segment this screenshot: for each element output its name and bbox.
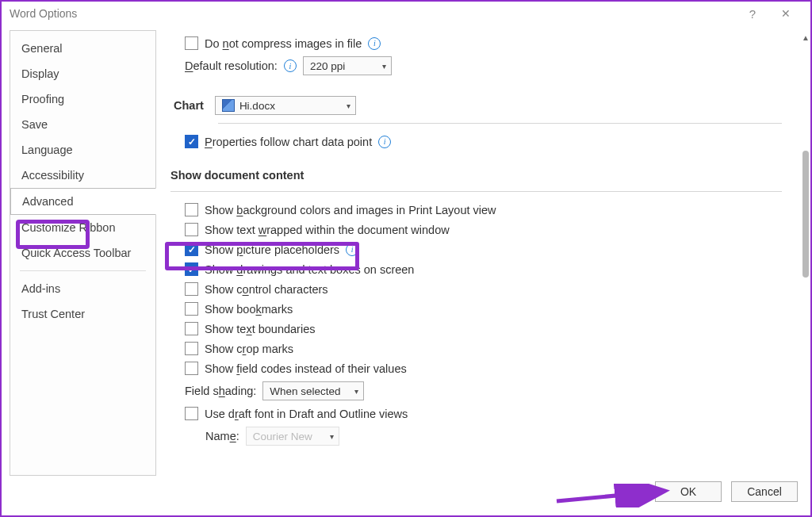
info-icon[interactable] (378, 136, 391, 148)
field-shading-label: Field shading: (185, 385, 256, 397)
select-value: Courier New (253, 431, 312, 442)
checkbox[interactable] (185, 342, 198, 355)
checkbox[interactable] (185, 302, 198, 316)
option-label: Do not compress images in file (205, 37, 362, 50)
option-label: Show bookmarks (205, 303, 293, 316)
scroll-thumb[interactable] (802, 151, 809, 278)
nav-item-general[interactable]: General (10, 36, 155, 61)
field-shading-select[interactable]: When selected ▾ (262, 381, 364, 400)
scroll-up-arrow[interactable]: ▲ (800, 32, 811, 43)
nav-item-customize-ribbon[interactable]: Customize Ribbon (10, 215, 155, 240)
default-resolution-select[interactable]: 220 ppi ▾ (303, 56, 392, 75)
nav-item-save[interactable]: Save (10, 112, 155, 137)
nav-sidebar: General Display Proofing Save Language A… (10, 30, 156, 476)
word-doc-icon (222, 99, 235, 112)
content-pane: Do not compress images in file Default r… (163, 30, 802, 476)
vertical-scrollbar[interactable]: ▲ (800, 32, 811, 514)
name-label: Name: (205, 430, 239, 442)
section-chart: Chart (174, 99, 204, 112)
info-icon[interactable] (368, 37, 381, 50)
checkbox[interactable] (185, 243, 198, 256)
nav-item-proofing[interactable]: Proofing (10, 86, 155, 112)
section-show-document-content: Show document content (170, 169, 782, 182)
checkbox[interactable] (185, 223, 198, 236)
titlebar: Word Options ? ✕ (2, 2, 810, 25)
info-icon[interactable] (346, 243, 358, 256)
default-resolution-row: Default resolution: 220 ppi ▾ (170, 53, 782, 79)
chevron-down-icon: ▾ (354, 387, 358, 396)
option-properties-follow[interactable]: Properties follow chart data point (170, 132, 782, 151)
select-value: When selected (270, 385, 340, 397)
option-label: Show text wrapped within the document wi… (205, 224, 450, 236)
window-title: Word Options (10, 7, 77, 20)
field-shading-row: Field shading: When selected ▾ (170, 378, 782, 404)
nav-item-accessibility[interactable]: Accessibility (10, 163, 155, 188)
nav-separator (20, 270, 146, 271)
checkbox[interactable] (185, 282, 198, 296)
checkbox[interactable] (185, 362, 198, 375)
option-field-codes[interactable]: Show field codes instead of their values (170, 358, 782, 378)
option-background-colors[interactable]: Show background colors and images in Pri… (170, 200, 782, 220)
option-bookmarks[interactable]: Show bookmarks (170, 299, 782, 319)
select-value: 220 ppi (310, 60, 345, 72)
nav-item-advanced[interactable]: Advanced (10, 188, 156, 215)
chevron-down-icon: ▾ (347, 101, 350, 110)
option-do-not-compress[interactable]: Do not compress images in file (170, 33, 782, 53)
checkbox[interactable] (185, 135, 198, 148)
option-text-wrapped[interactable]: Show text wrapped within the document wi… (170, 220, 782, 239)
default-resolution-label: Default resolution: (185, 59, 278, 72)
info-icon[interactable] (284, 59, 297, 72)
close-button[interactable]: ✕ (769, 4, 802, 23)
checkbox[interactable] (185, 407, 198, 420)
option-draft-font[interactable]: Use draft font in Draft and Outline view… (170, 404, 782, 423)
draft-font-name-select: Courier New ▾ (246, 427, 339, 446)
chart-document-select[interactable]: Hi.docx ▾ (215, 96, 356, 115)
checkbox[interactable] (185, 36, 198, 50)
option-label: Show field codes instead of their values (205, 362, 407, 375)
option-crop-marks[interactable]: Show crop marks (170, 339, 782, 358)
ok-button[interactable]: OK (655, 481, 722, 502)
checkbox[interactable] (185, 203, 198, 216)
option-label: Show drawings and text boxes on screen (205, 263, 414, 276)
chevron-down-icon: ▾ (330, 432, 334, 441)
option-label: Show background colors and images in Pri… (205, 204, 496, 216)
option-picture-placeholders[interactable]: Show picture placeholders (170, 239, 782, 259)
draft-font-name-row: Name: Courier New ▾ (170, 423, 782, 449)
select-value: Hi.docx (239, 100, 275, 112)
option-label: Properties follow chart data point (205, 136, 372, 148)
chevron-down-icon: ▾ (382, 62, 386, 71)
nav-item-addins[interactable]: Add-ins (10, 276, 155, 301)
cancel-button[interactable]: Cancel (731, 481, 798, 502)
option-text-boundaries[interactable]: Show text boundaries (170, 319, 782, 339)
nav-item-quick-access[interactable]: Quick Access Toolbar (10, 240, 155, 266)
option-drawings[interactable]: Show drawings and text boxes on screen (170, 259, 782, 279)
option-label: Show picture placeholders (205, 243, 339, 256)
nav-item-language[interactable]: Language (10, 137, 155, 163)
option-label: Use draft font in Draft and Outline view… (205, 408, 408, 420)
nav-item-trust-center[interactable]: Trust Center (10, 301, 155, 327)
help-button[interactable]: ? (736, 4, 769, 23)
option-label: Show text boundaries (205, 323, 315, 335)
nav-item-display[interactable]: Display (10, 61, 155, 86)
option-label: Show control characters (205, 283, 328, 296)
checkbox[interactable] (185, 322, 198, 335)
checkbox[interactable] (185, 262, 198, 276)
dialog-button-bar: OK Cancel (2, 476, 810, 507)
option-control-characters[interactable]: Show control characters (170, 279, 782, 299)
option-label: Show crop marks (205, 343, 293, 355)
